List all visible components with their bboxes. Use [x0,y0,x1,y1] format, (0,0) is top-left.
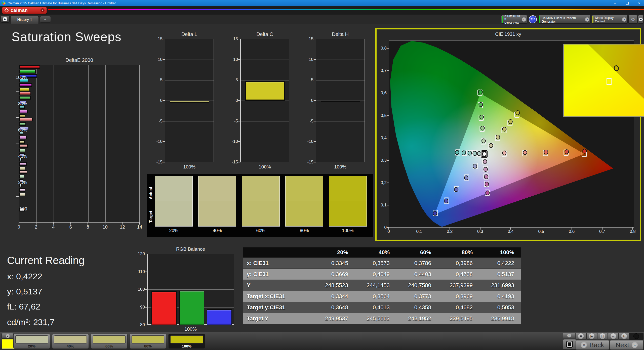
table-row-label: x: CIE31 [243,260,313,267]
workflow-nav-button[interactable]: ▶ [1,16,10,23]
swatch-80% [285,176,323,227]
cie-x-tick-mark [541,228,541,230]
swatch-actual [198,176,236,201]
cie-y-tick-label: 0,4 [378,136,387,141]
table-cell: 0,5053 [479,304,521,311]
x-tick-mark [36,223,36,225]
cie-measured-cyan-60 [468,151,472,155]
delta-h-chart: Delta H 151050-5-10-15100% [304,31,377,172]
saturation-group-label: 20% [7,180,27,185]
tab-history-1[interactable]: History 1 [11,15,39,24]
pattern-button-60%[interactable]: 60% [91,334,128,349]
deltae-bar-20%-yellow [19,193,26,196]
y-tick-mark [163,59,165,60]
cie-plot-area [389,40,634,228]
table-cell: 0,5137 [479,271,521,278]
play-button[interactable]: ▶ [586,333,597,340]
reading-x: x: 0,4222 [7,272,42,281]
collapse-panel-button[interactable]: ◀ [638,15,643,24]
saturation-group-label: 60% [7,127,27,133]
actual-row-label: Actual [149,182,153,204]
y-tick-label: -10 [229,139,238,144]
swatch-100% [329,176,367,227]
cie-measured-magenta-60 [484,175,488,179]
bracket-dots-button[interactable]: [··] [597,333,608,340]
cie-y-tick-mark [387,93,389,93]
y-tick-label: -15 [229,160,238,165]
reading-fl: fL: 67,62 [7,302,40,312]
cie-measured-cyan-80 [462,151,466,155]
pattern-window-button[interactable] [563,339,576,349]
gridline [316,60,365,60]
y-tick-mark [163,100,165,101]
pattern-generator-dropdown[interactable]: CalMAN Client 3 Pattern Generator ▼ [538,15,591,24]
rgb-bar-blue [207,309,232,325]
chevron-down-icon: ▼ [622,17,626,22]
app-logo-icon [1,1,6,5]
cie-x-tick-mark [419,228,419,230]
maximize-button[interactable] [624,0,630,6]
app-header: calman ▼ [0,6,644,15]
expand-pattern-panel-button[interactable]: ▲ [2,333,14,339]
y-tick-label: 10 [229,57,238,62]
table-column-header: 80% [438,249,479,256]
table-cell: 239,5495 [438,315,479,322]
pattern-button-80%[interactable]: 80% [130,334,166,349]
meter-dropdown[interactable]: X-Rite i1Pro 3 Direct View ▼ [501,15,527,24]
stop-button[interactable]: ■ [576,333,586,340]
back-button[interactable]: « Back [576,340,609,350]
next-button[interactable]: Next » [610,340,643,350]
y-tick-label: 15 [229,36,238,41]
cie-x-tick-mark [480,228,480,230]
y-tick-mark [16,196,19,197]
deltae-bar-20%-green [19,175,24,178]
cie-measured-yellow-100 [516,111,519,115]
cie-measured-yellow-80 [509,119,512,124]
gear-icon: ⚙ [631,17,635,22]
deltae-bar-60%-yellow [19,140,25,144]
gridline [71,65,71,222]
table-cell: 0,4049 [355,271,396,278]
minimize-button[interactable]: – [612,0,618,6]
gridline [165,80,214,81]
expand-control-panel-button[interactable]: ▲ [563,333,575,338]
cie-y-tick-label: 0,8 [378,46,387,51]
y-tick-mark [145,254,147,254]
pattern-button-100%[interactable]: 100% [168,334,205,349]
pattern-button-40%[interactable]: 40% [52,334,89,349]
infinity-button[interactable]: ∞ [608,333,619,340]
display-control-dropdown[interactable]: Direct Display Control ▼ [592,15,628,24]
deltae-bar-100%-yellow [19,88,29,91]
table-row: Target Y249,9537245,5663242,1952239,5495… [243,313,521,324]
cie-y-tick-label: 0,1 [378,203,387,208]
y-tick-label: 15 [153,36,163,41]
chevron-down-icon: ▼ [522,17,526,22]
y-tick-label: -15 [304,160,313,165]
deltae-bar-60%-green [19,122,26,126]
cie-y-tick-mark [387,183,389,183]
close-button[interactable]: × [636,0,642,6]
meter-reading-badge[interactable]: 716 [529,15,537,23]
reading-cdm2: cd/m²: 231,7 [7,317,55,327]
cie-measured-cyan-100 [455,150,459,155]
x-tick-mark [122,223,123,225]
x-axis-label: 100% [240,164,289,170]
loop-button[interactable]: ↻ [619,333,629,340]
cie-measured-green-80 [479,102,482,107]
deltae-bar-60%-red [19,118,33,121]
gridline [54,65,54,222]
pattern-button-20%[interactable]: 20% [13,334,50,349]
y-tick-mark [163,80,165,80]
delta-l-chart: Delta L 151050-5-10-15100% [153,31,226,172]
rgb-balance-plot-area [147,254,234,325]
add-tab-button[interactable]: + [40,16,51,23]
table-row-label: Target x:CIE31 [243,293,313,300]
swatch-actual [242,176,279,201]
chevron-down-icon: ▼ [585,17,589,22]
settings-button[interactable]: ⚙ [628,15,637,24]
generator-status-stripe [539,16,540,23]
y-tick-label: 110 [131,269,145,274]
table-header-row: 20%40%60%80%100% [243,247,521,258]
x-tick-label: 8 [82,225,94,230]
calman-menu-button[interactable]: calman ▼ [2,7,47,14]
